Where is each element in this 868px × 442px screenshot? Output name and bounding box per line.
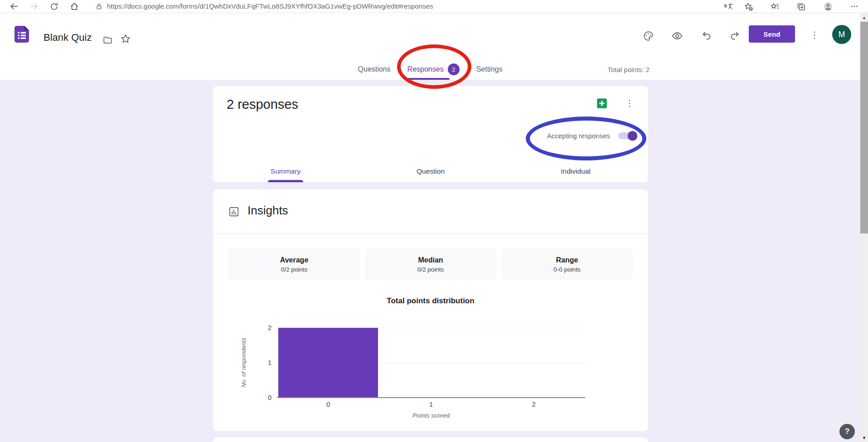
header-more-icon[interactable]: ⋮ — [810, 29, 820, 41]
accepting-responses-label: Accepting responses — [547, 132, 610, 140]
bar-slot — [380, 328, 483, 398]
page-background: 2 responses ⋮ Accepting responses Summar… — [0, 80, 868, 442]
stat-range-label: Range — [556, 256, 578, 264]
chart-bars — [277, 328, 585, 398]
scrollbar-thumb[interactable] — [860, 22, 868, 233]
translate-icon[interactable] — [723, 1, 733, 11]
preview-eye-icon[interactable] — [671, 30, 683, 42]
stat-median-value: 0/2 points — [417, 266, 444, 273]
x-tick-label: 2 — [482, 401, 585, 408]
link-to-sheets-icon[interactable] — [596, 97, 608, 109]
theme-palette-icon[interactable] — [642, 30, 654, 42]
lock-icon[interactable] — [94, 1, 104, 11]
send-button[interactable]: Send — [749, 25, 795, 43]
stat-average-value: 0/2 points — [281, 266, 308, 273]
undo-icon[interactable] — [701, 30, 713, 42]
y-tick-label: 2 — [268, 324, 272, 331]
y-tick-labels: 012 — [260, 328, 272, 398]
subtab-individual[interactable]: Individual — [503, 160, 648, 182]
subtab-summary[interactable]: Summary — [213, 160, 358, 182]
stat-range-value: 0-0 points — [553, 266, 580, 273]
y-tick-label: 1 — [268, 359, 272, 366]
accepting-responses-row: Accepting responses — [547, 132, 636, 140]
chart-xlabel: Points scored — [277, 412, 585, 419]
stat-average: Average 0/2 points — [228, 249, 360, 280]
stat-range: Range 0-0 points — [501, 249, 633, 280]
browser-profile-icon[interactable] — [823, 1, 833, 11]
subtab-summary-label: Summary — [271, 167, 301, 175]
scrollbar-down-icon[interactable]: ▼ — [860, 434, 868, 442]
y-tick-label: 0 — [268, 394, 272, 401]
toggle-knob[interactable] — [628, 131, 637, 141]
total-points-label: Total points: 2 — [607, 66, 650, 73]
url-text[interactable]: https://docs.google.com/forms/d/1QwhDxVd… — [107, 0, 433, 13]
browser-menu-icon[interactable] — [849, 1, 859, 11]
move-to-folder-icon[interactable] — [102, 34, 113, 46]
x-axis-line — [277, 397, 585, 398]
stat-average-label: Average — [280, 256, 309, 264]
accepting-responses-toggle[interactable] — [618, 132, 636, 139]
collections-icon[interactable] — [796, 1, 806, 11]
insights-title: Insights — [247, 204, 288, 218]
responses-count-title: 2 responses — [227, 97, 298, 112]
tab-questions-label: Questions — [358, 65, 391, 73]
bar — [278, 328, 378, 398]
browser-toolbar: https://docs.google.com/forms/d/1QwhDxVd… — [0, 0, 868, 13]
subtab-question-label: Question — [417, 167, 445, 175]
x-tick-labels: 012 — [277, 401, 585, 408]
chart-ylabel: No. of respondents — [240, 338, 247, 388]
scrollbar-up-icon[interactable]: ▲ — [860, 14, 868, 21]
add-favorite-icon[interactable] — [743, 1, 753, 11]
responses-more-icon[interactable]: ⋮ — [624, 97, 635, 109]
forms-header: Blank Quiz Send ⋮ M Questions Respons — [0, 13, 868, 80]
responses-count-badge: 2 — [448, 63, 460, 75]
responses-card: 2 responses ⋮ Accepting responses Summar… — [213, 86, 648, 182]
chart-title: Total points distribution — [213, 296, 648, 306]
tab-settings-label: Settings — [476, 65, 503, 73]
x-tick-label: 1 — [380, 401, 483, 408]
subtab-individual-label: Individual — [561, 167, 591, 175]
bar-slot — [277, 328, 380, 398]
scrollbar[interactable]: ▲ ▼ — [860, 13, 868, 442]
favorites-icon[interactable] — [770, 1, 780, 11]
stat-median-label: Median — [418, 256, 443, 264]
next-card-peek — [213, 437, 648, 442]
main-tabs: Questions Responses 2 Settings — [0, 59, 860, 80]
forward-icon — [29, 1, 39, 11]
forms-logo-icon[interactable] — [13, 25, 31, 43]
tab-settings[interactable]: Settings — [476, 59, 503, 80]
divider — [213, 233, 648, 234]
insights-chart-icon — [228, 206, 240, 218]
form-title[interactable]: Blank Quiz — [44, 32, 92, 44]
responses-subtabs: Summary Question Individual — [213, 160, 648, 182]
account-avatar[interactable]: M — [832, 25, 851, 44]
tab-responses-label: Responses — [407, 65, 444, 73]
help-icon[interactable]: ? — [839, 424, 855, 439]
stat-median: Median 0/2 points — [365, 249, 496, 280]
home-icon[interactable] — [69, 1, 79, 11]
subtab-active-underline — [268, 180, 303, 182]
back-icon[interactable] — [9, 1, 19, 11]
chart-plot-area — [277, 328, 585, 398]
chart-ylabel-wrap: No. of respondents — [237, 325, 250, 400]
x-tick-label: 0 — [277, 401, 380, 408]
subtab-question[interactable]: Question — [358, 160, 503, 182]
stats-row: Average 0/2 points Median 0/2 points Ran… — [228, 249, 633, 280]
tab-responses[interactable]: Responses 2 — [407, 59, 460, 80]
tab-questions[interactable]: Questions — [358, 59, 391, 80]
insights-card: Insights Average 0/2 points Median 0/2 p… — [213, 189, 648, 431]
star-icon[interactable] — [120, 33, 131, 45]
bar-slot — [482, 328, 585, 398]
screen: https://docs.google.com/forms/d/1QwhDxVd… — [0, 0, 868, 442]
refresh-icon[interactable] — [49, 1, 59, 11]
redo-icon[interactable] — [729, 30, 741, 42]
